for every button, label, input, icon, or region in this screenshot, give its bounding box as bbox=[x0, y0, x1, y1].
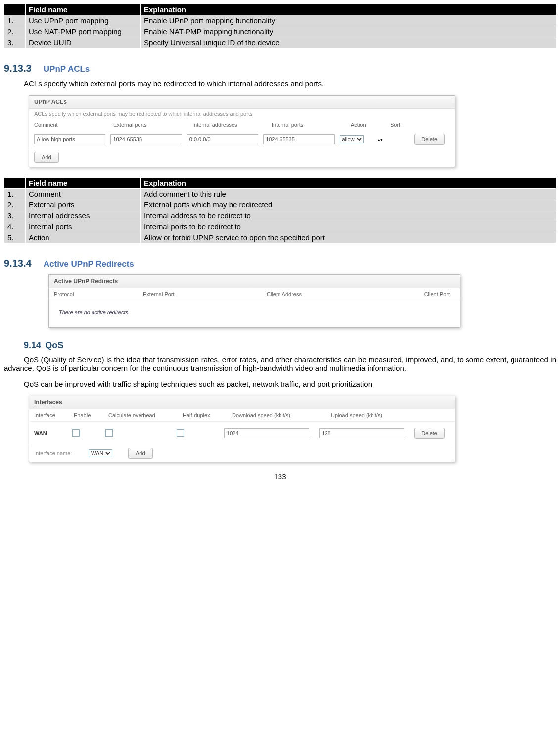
section-number: 9.13.4 bbox=[4, 258, 32, 269]
row-num: 2. bbox=[4, 26, 26, 37]
row-name: Action bbox=[26, 232, 141, 243]
external-ports-input[interactable] bbox=[110, 134, 182, 144]
table-row: 4. Internal ports Internal ports to be r… bbox=[4, 221, 556, 232]
upnp-acls-panel: UPnP ACLs ACLs specify which external po… bbox=[29, 95, 455, 167]
row-exp: Internal ports to be redirect to bbox=[141, 221, 556, 232]
table-row: 3. Device UUID Specify Universal unique … bbox=[4, 37, 556, 48]
row-name: Device UUID bbox=[26, 37, 141, 48]
delete-button[interactable]: Delete bbox=[414, 428, 445, 439]
comment-input[interactable] bbox=[34, 134, 105, 144]
col-interface: Interface bbox=[34, 412, 74, 418]
col-enable: Enable bbox=[74, 412, 108, 418]
th-fieldname: Field name bbox=[26, 4, 141, 15]
col-intports: Internal ports bbox=[272, 122, 351, 128]
row-exp: Internal address to be redirect to bbox=[141, 210, 556, 221]
row-num: 1. bbox=[4, 189, 26, 199]
section-heading: 9.13.3 UPnP ACLs bbox=[4, 63, 556, 74]
table-row: 2. External ports External ports which m… bbox=[4, 199, 556, 210]
add-button[interactable]: Add bbox=[128, 448, 153, 459]
interfaces-panel: Interfaces Interface Enable Calculate ov… bbox=[29, 396, 455, 462]
section-title: QoS bbox=[45, 340, 63, 350]
col-action: Action bbox=[351, 122, 390, 128]
th-explanation: Explanation bbox=[141, 178, 556, 189]
th-fieldname: Field name bbox=[26, 178, 141, 189]
action-select[interactable]: allow bbox=[340, 135, 364, 143]
row-exp: Enable NAT-PMP mapping functionality bbox=[141, 26, 556, 37]
col-intaddr: Internal addresses bbox=[192, 122, 272, 128]
active-redirects-panel: Active UPnP Redirects Protocol External … bbox=[48, 274, 460, 328]
panel-title: Interfaces bbox=[29, 396, 455, 409]
paragraph: QoS can be improved with traffic shaping… bbox=[4, 380, 556, 388]
table-row: 3. Internal addresses Internal address t… bbox=[4, 210, 556, 221]
panel-subtitle: ACLs specify which external ports may be… bbox=[29, 109, 455, 119]
internal-addresses-input[interactable] bbox=[187, 134, 258, 144]
halfduplex-checkbox[interactable] bbox=[177, 429, 184, 437]
th-num bbox=[4, 178, 26, 189]
col-clientaddr: Client Address bbox=[267, 291, 400, 297]
col-dlspeed: Download speed (kbit/s) bbox=[232, 412, 331, 418]
download-speed-input[interactable] bbox=[224, 428, 309, 438]
row-exp: Allow or forbid UPNP service to open the… bbox=[141, 232, 556, 243]
field-table-upnp: Field name Explanation 1. Use UPnP port … bbox=[4, 4, 556, 48]
row-num: 1. bbox=[4, 15, 26, 26]
page-number: 133 bbox=[4, 472, 556, 481]
section-heading: 9.13.4 Active UPnP Redirects bbox=[4, 258, 556, 269]
col-extport: External Port bbox=[143, 291, 267, 297]
panel-title: UPnP ACLs bbox=[29, 96, 455, 109]
row-num: 5. bbox=[4, 232, 26, 243]
row-num: 3. bbox=[4, 37, 26, 48]
section-number: 9.14 bbox=[24, 340, 41, 350]
overhead-checkbox[interactable] bbox=[105, 429, 113, 437]
row-exp: Add comment to this rule bbox=[141, 189, 556, 199]
section-title: UPnP ACLs bbox=[44, 64, 90, 74]
field-table-acls: Field name Explanation 1. Comment Add co… bbox=[4, 177, 556, 243]
sort-arrows-icon[interactable]: ▴ ▾ bbox=[378, 137, 383, 142]
delete-button[interactable]: Delete bbox=[414, 134, 445, 145]
th-num bbox=[4, 4, 26, 15]
row-name: Use UPnP port mapping bbox=[26, 15, 141, 26]
col-overhead: Calculate overhead bbox=[108, 412, 183, 418]
row-name: External ports bbox=[26, 199, 141, 210]
upload-speed-input[interactable] bbox=[319, 428, 404, 438]
row-num: 4. bbox=[4, 221, 26, 232]
table-row: 5. Action Allow or forbid UPNP service t… bbox=[4, 232, 556, 243]
paragraph: ACLs specify which external ports may be… bbox=[4, 79, 556, 88]
col-sort: Sort bbox=[390, 122, 420, 128]
col-clientport: Client Port bbox=[400, 291, 455, 297]
enable-checkbox[interactable] bbox=[72, 429, 80, 437]
col-comment: Comment bbox=[34, 122, 113, 128]
row-num: 3. bbox=[4, 210, 26, 221]
row-num: 2. bbox=[4, 199, 26, 210]
add-button[interactable]: Add bbox=[34, 152, 59, 163]
row-exp: Enable UPnP port mapping functionality bbox=[141, 15, 556, 26]
row-name: Internal addresses bbox=[26, 210, 141, 221]
col-extports: External ports bbox=[113, 122, 192, 128]
table-row: 1. Use UPnP port mapping Enable UPnP por… bbox=[4, 15, 556, 26]
iface-name-label: Interface name: bbox=[34, 450, 89, 456]
no-redirects-message: There are no active redirects. bbox=[49, 300, 460, 327]
col-protocol: Protocol bbox=[54, 291, 143, 297]
paragraph: QoS (Quality of Service) is the idea tha… bbox=[4, 355, 556, 372]
section-title: Active UPnP Redirects bbox=[44, 259, 134, 269]
row-exp: External ports which may be redirected bbox=[141, 199, 556, 210]
th-explanation: Explanation bbox=[141, 4, 556, 15]
row-exp: Specify Universal unique ID of the devic… bbox=[141, 37, 556, 48]
row-name: Comment bbox=[26, 189, 141, 199]
section-number: 9.13.3 bbox=[4, 63, 32, 74]
internal-ports-input[interactable] bbox=[263, 134, 334, 144]
iface-name: WAN bbox=[34, 430, 72, 436]
iface-select[interactable]: WAN bbox=[89, 449, 112, 457]
section-heading-major: 9.14 QoS bbox=[24, 340, 556, 350]
col-ulspeed: Upload speed (kbit/s) bbox=[331, 412, 430, 418]
table-row: 1. Comment Add comment to this rule bbox=[4, 189, 556, 199]
row-name: Use NAT-PMP port mapping bbox=[26, 26, 141, 37]
row-name: Internal ports bbox=[26, 221, 141, 232]
table-row: 2. Use NAT-PMP port mapping Enable NAT-P… bbox=[4, 26, 556, 37]
panel-title: Active UPnP Redirects bbox=[49, 275, 460, 288]
col-halfduplex: Half-duplex bbox=[183, 412, 232, 418]
